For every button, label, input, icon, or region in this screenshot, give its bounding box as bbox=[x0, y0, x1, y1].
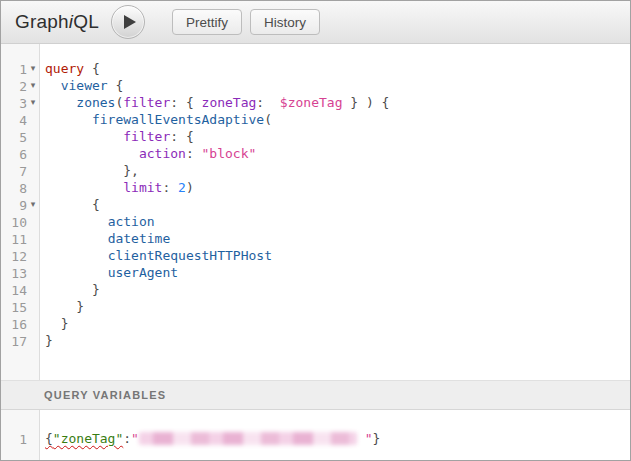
token-argument: action bbox=[139, 146, 186, 161]
line-number: 13 bbox=[1, 265, 27, 282]
token-argument: limit bbox=[123, 180, 162, 195]
token-punct: ) bbox=[186, 180, 194, 195]
token-string: " bbox=[131, 431, 139, 446]
token-punct: } bbox=[373, 431, 381, 446]
token-variable: $zoneTag bbox=[280, 95, 343, 110]
line-number: 3 bbox=[1, 95, 27, 112]
token-field: action bbox=[108, 214, 155, 229]
app-logo: GraphiQL bbox=[15, 11, 99, 33]
token-punct: { bbox=[108, 78, 124, 93]
code-line: } bbox=[45, 281, 630, 298]
token-punct bbox=[45, 265, 108, 280]
code-line: filter: { bbox=[45, 128, 630, 145]
token-punct bbox=[45, 146, 139, 161]
line-number: 14 bbox=[1, 282, 27, 299]
line-number: 9 bbox=[1, 197, 27, 214]
variables-line-number-gutter: 1 bbox=[1, 410, 40, 460]
token-punct: }, bbox=[45, 163, 139, 178]
token-field: viewer bbox=[61, 78, 108, 93]
code-line: limit: 2) bbox=[45, 179, 630, 196]
code-line: } bbox=[45, 298, 630, 315]
token-punct: } bbox=[45, 333, 53, 348]
token-punct: } bbox=[45, 299, 84, 314]
token-jsonkey: "zoneTag" bbox=[53, 431, 123, 446]
token-field: zones bbox=[76, 95, 115, 110]
variables-code-area[interactable]: {"zoneTag":" "} bbox=[40, 410, 630, 460]
code-line: action: "block" bbox=[45, 145, 630, 162]
line-number: 12 bbox=[1, 248, 27, 265]
token-punct: { bbox=[84, 61, 100, 76]
token-field: datetime bbox=[108, 231, 171, 246]
code-line: datetime bbox=[45, 230, 630, 247]
line-number: 17 bbox=[1, 333, 27, 350]
variables-title-bar[interactable]: QUERY VARIABLES bbox=[1, 380, 630, 410]
token-punct: : bbox=[256, 95, 279, 110]
fold-arrow-icon[interactable]: ▾ bbox=[27, 196, 39, 213]
token-punct: } bbox=[45, 316, 68, 331]
token-punct: } bbox=[45, 282, 100, 297]
execute-button[interactable] bbox=[111, 5, 145, 39]
line-number: 2 bbox=[1, 78, 27, 95]
history-button[interactable]: History bbox=[250, 9, 320, 35]
token-punct: : bbox=[162, 180, 178, 195]
token-punct: : { bbox=[170, 95, 201, 110]
code-line: firewallEventsAdaptive( bbox=[45, 111, 630, 128]
fold-arrow-icon[interactable]: ▾ bbox=[27, 60, 39, 77]
token-punct bbox=[45, 180, 123, 195]
line-number: 7 bbox=[1, 163, 27, 180]
code-line: query { bbox=[45, 60, 630, 77]
line-number: 5 bbox=[1, 129, 27, 146]
token-argument: filter bbox=[123, 129, 170, 144]
token-keyword: query bbox=[45, 61, 84, 76]
token-punct bbox=[45, 112, 92, 127]
token-string: "block" bbox=[202, 146, 257, 161]
variables-title: QUERY VARIABLES bbox=[44, 389, 166, 401]
token-field: clientRequestHTTPHost bbox=[108, 248, 272, 263]
line-number: 4 bbox=[1, 112, 27, 129]
graphiql-window: GraphiQL Prettify History 1▾2▾3▾456789▾1… bbox=[0, 0, 631, 461]
line-number: 11 bbox=[1, 231, 27, 248]
token-number: 2 bbox=[178, 180, 186, 195]
token-punct bbox=[45, 129, 123, 144]
variables-editor[interactable]: 1 {"zoneTag":" "} bbox=[1, 410, 630, 460]
token-punct bbox=[45, 78, 61, 93]
query-code-area[interactable]: query { viewer { zones(filter: { zoneTag… bbox=[40, 44, 630, 380]
query-line-number-gutter: 1▾2▾3▾456789▾1011121314151617 bbox=[1, 44, 40, 380]
token-punct bbox=[45, 248, 108, 263]
token-string: " bbox=[357, 431, 373, 446]
token-punct bbox=[45, 231, 108, 246]
token-punct bbox=[45, 95, 76, 110]
line-number: 8 bbox=[1, 180, 27, 197]
line-number: 15 bbox=[1, 299, 27, 316]
token-punct: : { bbox=[170, 129, 193, 144]
token-punct bbox=[45, 214, 108, 229]
toolbar: GraphiQL Prettify History bbox=[1, 1, 630, 44]
line-number: 1 bbox=[1, 61, 27, 78]
token-punct: { bbox=[45, 431, 53, 446]
token-punct: : bbox=[186, 146, 202, 161]
query-editor[interactable]: 1▾2▾3▾456789▾1011121314151617 query { vi… bbox=[1, 44, 630, 380]
code-line: clientRequestHTTPHost bbox=[45, 247, 630, 264]
code-line: zones(filter: { zoneTag: $zoneTag } ) { bbox=[45, 94, 630, 111]
line-number: 16 bbox=[1, 316, 27, 333]
token-field: userAgent bbox=[108, 265, 178, 280]
fold-arrow-icon[interactable]: ▾ bbox=[27, 77, 39, 94]
token-punct: { bbox=[45, 197, 100, 212]
fold-arrow-icon[interactable]: ▾ bbox=[27, 94, 39, 111]
code-line: } bbox=[45, 315, 630, 332]
code-line: } bbox=[45, 332, 630, 349]
play-icon bbox=[124, 15, 136, 29]
code-line: }, bbox=[45, 162, 630, 179]
logo-text: Graph bbox=[15, 11, 69, 32]
prettify-button[interactable]: Prettify bbox=[172, 9, 242, 35]
redacted-value bbox=[139, 432, 357, 445]
logo-text: QL bbox=[73, 11, 99, 32]
token-field: firewallEventsAdaptive bbox=[92, 112, 264, 127]
code-line: { bbox=[45, 196, 630, 213]
line-number: 1 bbox=[1, 431, 27, 448]
token-punct: : bbox=[123, 431, 131, 446]
line-number: 10 bbox=[1, 214, 27, 231]
token-argument: zoneTag bbox=[202, 95, 257, 110]
line-number: 6 bbox=[1, 146, 27, 163]
token-punct: } ) { bbox=[342, 95, 389, 110]
